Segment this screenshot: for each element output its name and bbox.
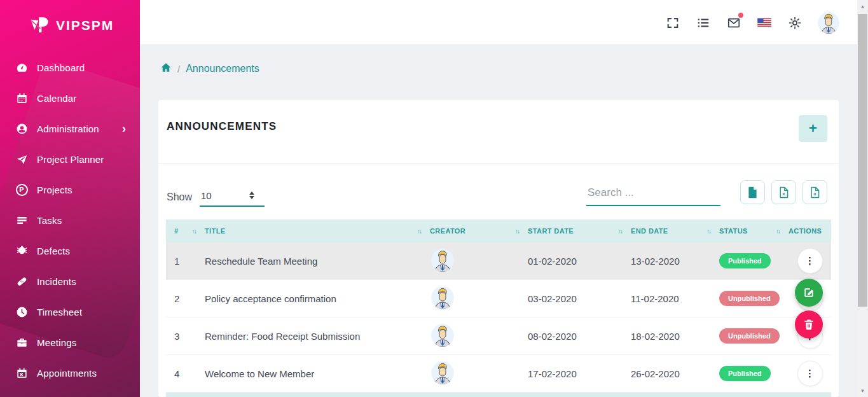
sidebar-item-meetings[interactable]: Meetings (0, 327, 140, 358)
sidebar-item-label: Timesheet (37, 307, 82, 317)
sidebar-item-calendar[interactable]: Administration Calendar (0, 83, 140, 113)
sort-icon: ↑↓ (188, 228, 196, 235)
actions-cell: ⋮ (789, 361, 831, 386)
list-menu-icon[interactable] (696, 15, 711, 31)
paper-plane-icon (15, 153, 28, 165)
sort-icon: ↑↓ (413, 228, 421, 235)
sort-icon: ↑↓ (772, 228, 780, 235)
mail-icon[interactable] (726, 15, 741, 31)
settings-gear-icon[interactable] (787, 15, 803, 31)
sort-icon: ↑↓ (614, 228, 622, 235)
page-size-select[interactable]: 10 (200, 189, 265, 207)
brand-name: VIPSPM (56, 18, 114, 33)
page-scrollbar[interactable]: ▲ ▼ (857, 0, 868, 397)
table-row[interactable]: 3 Reminder: Food Receipt Submission 08-0… (166, 317, 831, 355)
sidebar-item-timesheet[interactable]: Timesheet (0, 296, 140, 327)
search-input[interactable] (586, 184, 720, 206)
column-header-status[interactable]: STATUS↑↓ (719, 219, 789, 242)
column-header-num[interactable]: #↑↓ (166, 219, 205, 242)
brand-logo[interactable]: VIPSPM (0, 0, 140, 51)
sidebar-item-administration[interactable]: Administration › (0, 113, 140, 144)
row-number: 4 (166, 368, 205, 379)
page-title: ANNOUNCEMENTS (167, 120, 277, 133)
sidebar-item-defects[interactable]: Defects (0, 235, 140, 266)
row-actions-button[interactable]: ⋮ (797, 248, 823, 274)
scroll-down-arrow[interactable]: ▼ (857, 386, 868, 396)
svg-text:a: a (814, 191, 816, 197)
creator-cell (430, 324, 528, 349)
start-date: 17-02-2020 (528, 368, 631, 379)
sidebar-item-incidents[interactable]: Incidents (0, 266, 140, 296)
user-avatar[interactable] (818, 12, 839, 34)
export-excel-button[interactable]: x (771, 180, 796, 204)
row-number: 1 (166, 256, 205, 267)
notification-dot (738, 13, 743, 18)
sidebar-item-label: Incidents (37, 276, 76, 287)
export-pdf-button[interactable]: a (803, 180, 827, 204)
edit-pencil-icon (803, 286, 815, 299)
announcement-title: Reschedule Team Meeting (205, 256, 430, 267)
sidebar-item-projects[interactable]: P Projects (0, 174, 140, 205)
table-row[interactable]: 4 Welcome to New Member 17-02-2020 26-02… (166, 355, 831, 393)
breadcrumb-separator: / (177, 64, 180, 74)
sidebar-item-appointments[interactable]: Appointments (0, 358, 140, 388)
sidebar-item-project-planner[interactable]: Project Planner (0, 144, 140, 174)
scroll-up-arrow[interactable]: ▲ (857, 1, 868, 11)
bug-icon (15, 244, 28, 257)
breadcrumb: / Announcements (160, 62, 259, 76)
end-date: 11-02-2020 (631, 293, 719, 304)
topbar (140, 0, 857, 45)
announcement-title: Policy acceptance confirmation (205, 293, 430, 304)
scrollbar-thumb[interactable] (858, 14, 867, 307)
home-icon[interactable] (160, 62, 172, 76)
sidebar-item-label: Calendar (37, 93, 76, 104)
trash-icon (803, 318, 815, 331)
card-divider (158, 164, 839, 164)
creator-avatar (431, 361, 454, 384)
sidebar-item-label: Defects (37, 246, 70, 256)
calendar-x-icon (15, 366, 28, 379)
sidebar-item-label: Appointments (37, 368, 97, 379)
status-badge: Unpublished (719, 291, 780, 306)
fullscreen-icon[interactable] (665, 15, 680, 31)
creator-avatar (431, 286, 454, 309)
sidebar-item-label: Tasks (37, 215, 62, 226)
announcement-title: Reminder: Food Receipt Submission (205, 331, 430, 342)
status-badge: Unpublished (719, 328, 780, 344)
edit-announcement-button[interactable] (795, 279, 823, 307)
sidebar-item-tasks[interactable]: Tasks (0, 205, 140, 235)
table-row[interactable]: 1 Reschedule Team Meeting 01-02-2020 13-… (166, 242, 831, 280)
show-label: Show (167, 192, 192, 207)
column-header-title[interactable]: TITLE↑↓ (205, 219, 430, 242)
page-content: / Announcements ANNOUNCEMENTS + Show 10 (140, 45, 857, 397)
table-footer-strip (166, 393, 831, 397)
dashboard-gauge-icon (15, 61, 28, 74)
copy-file-button[interactable] (740, 180, 765, 204)
column-header-start-date[interactable]: START DATE↑↓ (528, 219, 631, 242)
row-actions-button[interactable]: ⋮ (797, 361, 823, 386)
chevron-right-icon: › (122, 123, 126, 134)
sidebar-item-label: Dashboard (37, 62, 85, 73)
sidebar-item-label: Administration (37, 123, 99, 134)
column-header-end-date[interactable]: END DATE↑↓ (631, 219, 719, 242)
delete-announcement-button[interactable] (795, 310, 823, 338)
status-cell: Published (719, 253, 789, 268)
row-number: 3 (166, 331, 205, 342)
status-badge: Published (719, 366, 771, 381)
bandage-icon (15, 275, 28, 288)
us-flag-icon[interactable] (757, 15, 772, 31)
add-announcement-button[interactable]: + (799, 115, 827, 142)
breadcrumb-current[interactable]: Announcements (186, 63, 259, 74)
file-excel-icon: x (777, 186, 790, 199)
column-header-creator[interactable]: CREATOR↑↓ (430, 219, 528, 242)
status-badge: Published (719, 253, 771, 268)
svg-text:x: x (782, 191, 785, 197)
file-solid-icon (746, 186, 759, 199)
column-header-actions: ACTIONS (789, 219, 831, 242)
status-cell: Unpublished (719, 291, 789, 306)
actions-cell: ⋮ (789, 248, 831, 274)
table-row[interactable]: 2 Policy acceptance confirmation 03-02-2… (166, 280, 831, 317)
app-screen: VIPSPM Dashboard Administration Calendar (0, 0, 868, 397)
sidebar-item-dashboard[interactable]: Dashboard (0, 52, 140, 83)
export-buttons: x a (740, 180, 827, 204)
